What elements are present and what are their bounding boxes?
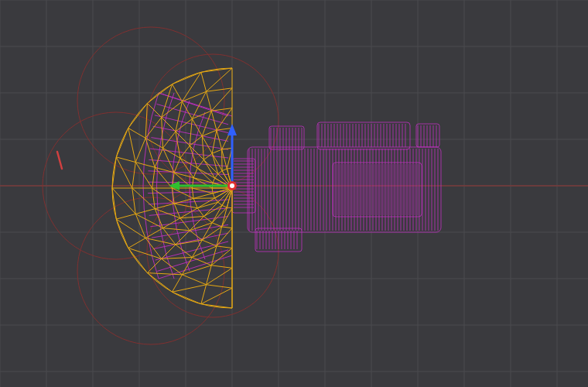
viewport-3d[interactable]	[0, 0, 588, 387]
viewport-orbit-area[interactable]	[0, 0, 588, 387]
